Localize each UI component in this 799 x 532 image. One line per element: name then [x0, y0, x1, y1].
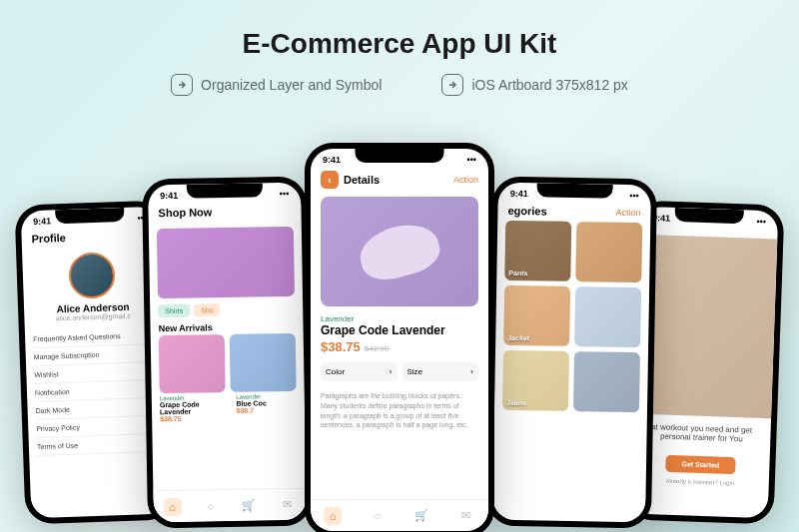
product-card[interactable]	[230, 333, 297, 392]
get-started-button[interactable]: Get Started	[665, 455, 736, 474]
status-icons: •••	[467, 155, 476, 165]
chevron-right-icon: ›	[470, 367, 473, 376]
chip-shirts[interactable]: Shirts	[158, 304, 190, 318]
status-time: 9:41	[510, 189, 528, 199]
nav-chat-icon[interactable]: ○	[369, 507, 387, 525]
profile-header: Profile	[21, 225, 160, 250]
product-card[interactable]	[159, 334, 226, 393]
category-card[interactable]	[573, 351, 640, 412]
chevron-right-icon: ›	[390, 367, 393, 376]
category-card[interactable]	[574, 286, 641, 347]
back-button[interactable]: ‹	[321, 171, 339, 189]
nav-cart-icon[interactable]: 🛒	[412, 507, 430, 525]
product-name: Grape Code Lavender	[311, 323, 488, 337]
phone-details: 9:41••• ‹Details Action Lavender Grape C…	[305, 143, 494, 532]
phone-shop: 9:41••• Shop Now Shirts Sho New Arrivals…	[142, 177, 313, 529]
product-price: $38.7	[228, 406, 305, 414]
product-name: Grape Code Lavender	[152, 400, 229, 415]
feature-2: iOS Artboard 375x812 px	[441, 74, 627, 96]
nav-chat-icon[interactable]: ○	[202, 497, 220, 515]
category-card[interactable]: Pants	[504, 221, 571, 281]
details-header: Details	[344, 174, 380, 186]
action-link[interactable]: Action	[453, 175, 478, 185]
product-image	[321, 197, 478, 306]
product-price: $38.75	[152, 414, 229, 422]
nav-mail-icon[interactable]: ✉	[457, 507, 475, 525]
status-time: 9:41	[33, 216, 51, 227]
hero-title: E-Commerce App UI Kit	[0, 28, 799, 60]
phone-categories: 9:41••• egoriesAction Pants Jacket Jeans	[486, 177, 657, 529]
category-label: Pants	[504, 266, 531, 280]
category-card[interactable]: Jacket	[503, 285, 570, 346]
categories-header: egories	[507, 205, 546, 218]
status-icons: •••	[629, 191, 639, 201]
product-description: Paragraphs are the building blocks of pa…	[311, 387, 488, 434]
product-category: Lavender	[311, 310, 488, 323]
category-card[interactable]	[575, 222, 642, 282]
menu-terms[interactable]: Terms of Use	[37, 434, 160, 456]
hero-image	[157, 227, 295, 298]
feature-2-text: iOS Artboard 375x812 px	[471, 77, 627, 93]
nav-home-icon[interactable]: ⌂	[324, 507, 342, 525]
category-label: Jacket	[503, 330, 533, 346]
category-card[interactable]: Jeans	[502, 350, 569, 411]
arrow-right-icon	[441, 74, 463, 96]
status-time: 9:41	[160, 191, 178, 201]
nav-home-icon[interactable]: ⌂	[164, 497, 182, 515]
nav-cart-icon[interactable]: 🛒	[240, 496, 258, 514]
shop-header: Shop Now	[148, 201, 301, 224]
status-icons: •••	[756, 217, 766, 227]
arrow-right-icon	[171, 74, 193, 96]
category-label: Jeans	[502, 395, 530, 410]
feature-1: Organized Layer and Symbol	[171, 74, 382, 96]
avatar[interactable]	[68, 252, 116, 299]
action-link[interactable]: Action	[615, 208, 640, 218]
chip-shoes[interactable]: Sho	[194, 303, 221, 316]
feature-1-text: Organized Layer and Symbol	[201, 77, 382, 93]
product-price: $38.75$42.99	[311, 337, 488, 356]
nav-mail-icon[interactable]: ✉	[278, 495, 296, 513]
status-time: 9:41	[323, 155, 341, 165]
product-old-price: $42.99	[365, 344, 389, 353]
status-icons: •••	[280, 189, 290, 199]
option-color[interactable]: Color›	[321, 362, 398, 381]
option-size[interactable]: Size›	[402, 362, 479, 381]
